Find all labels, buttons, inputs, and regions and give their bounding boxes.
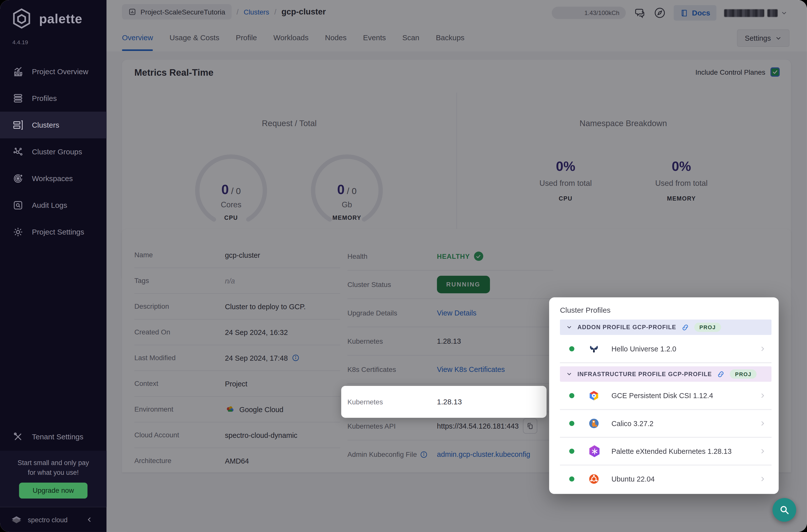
profile-layer-name: Calico 3.27.2 (612, 419, 759, 428)
link-icon (717, 370, 725, 378)
profile-layer-name: GCE Persistent Disk CSI 1.12.4 (612, 392, 759, 400)
server-icon (12, 119, 23, 131)
chevron-down-icon (566, 371, 573, 377)
gear-icon (12, 226, 23, 238)
gce-persistent-disk-icon (588, 390, 600, 402)
sidebar-item-audit-logs[interactable]: Audit Logs (0, 192, 107, 218)
promo-text-line2: for what you use! (0, 468, 107, 477)
profile-layer-name: Ubuntu 22.04 (612, 475, 759, 483)
chevron-right-icon (759, 392, 766, 399)
infrastructure-profile-header[interactable]: INFRASTRUCTURE PROFILE GCP-PROFILE PROJ (560, 366, 771, 382)
app-version: 4.4.19 (12, 39, 28, 45)
chevron-right-icon (759, 448, 766, 455)
sidebar: palette 4.4.19 Project Overview (0, 0, 107, 532)
detail-label: Kubernetes (341, 398, 437, 406)
kubernetes-version: 1.28.13 (437, 398, 462, 406)
cluster-profiles-title: Cluster Profiles (560, 306, 611, 315)
profile-layer-calico[interactable]: Calico 3.27.2 (560, 410, 771, 438)
sidebar-item-label: Clusters (32, 121, 59, 129)
profile-layer-gce-disk[interactable]: GCE Persistent Disk CSI 1.12.4 (560, 382, 771, 410)
sidebar-item-clusters[interactable]: Clusters (0, 112, 107, 138)
doc-search-icon (12, 200, 23, 211)
status-dot-green (569, 393, 575, 398)
collapse-sidebar-chevron-icon[interactable] (86, 516, 93, 523)
status-dot-green (569, 346, 575, 352)
sidebar-item-label: Project Overview (32, 68, 89, 76)
profile-layer-palette-k8s[interactable]: Palette eXtended Kubernetes 1.28.13 (560, 438, 771, 466)
sidebar-item-label: Profiles (32, 94, 57, 102)
sidebar-item-label: Tenant Settings (32, 433, 83, 441)
sidebar-item-workspaces[interactable]: Workspaces (0, 165, 107, 192)
profile-section-label: INFRASTRUCTURE PROFILE GCP-PROFILE (577, 371, 712, 377)
upgrade-promo: Start small and only pay for what you us… (0, 451, 107, 507)
addon-profile-header[interactable]: ADDON PROFILE GCP-PROFILE PROJ (560, 320, 771, 335)
brand-name: spectro cloud (28, 516, 68, 524)
spectro-cloud-logo-icon (10, 514, 22, 526)
upgrade-now-button[interactable]: Upgrade now (19, 482, 88, 498)
kubernetes-spotlight-row: Kubernetes 1.28.13 (341, 386, 547, 418)
sidebar-item-profiles[interactable]: Profiles (0, 85, 107, 112)
proj-scope-badge: PROJ (694, 323, 721, 332)
sidebar-item-label: Audit Logs (32, 201, 67, 209)
promo-text-line1: Start small and only pay (0, 458, 107, 468)
logo-wordmark: palette (39, 11, 82, 26)
chevron-right-icon (759, 345, 766, 353)
status-dot-green (569, 476, 575, 481)
chevron-right-icon (759, 475, 766, 482)
sidebar-item-label: Cluster Groups (32, 148, 82, 156)
profile-section-label: ADDON PROFILE GCP-PROFILE (577, 324, 676, 330)
tools-icon (12, 431, 23, 442)
search-fab-button[interactable] (772, 498, 796, 522)
calico-icon (588, 417, 600, 430)
search-icon (779, 504, 790, 515)
status-dot-green (569, 449, 575, 454)
palette-logo-icon (10, 7, 33, 30)
sidebar-item-label: Project Settings (32, 228, 84, 236)
sidebar-item-project-overview[interactable]: Project Overview (0, 58, 107, 85)
sidebar-item-label: Workspaces (32, 174, 73, 183)
link-icon (681, 323, 689, 331)
hello-universe-icon (588, 343, 600, 355)
nodes-icon (12, 146, 23, 157)
bar-chart-icon (12, 66, 23, 77)
palette-logo: palette (10, 7, 82, 30)
layers-icon (12, 93, 23, 104)
sidebar-menu: Project Overview Profiles Clusters (0, 58, 107, 246)
brand-bar: spectro cloud (0, 507, 107, 532)
ubuntu-icon (588, 473, 600, 485)
orbit-icon (12, 173, 23, 184)
profile-layer-name: Palette eXtended Kubernetes 1.28.13 (612, 447, 759, 455)
profile-layer-ubuntu[interactable]: Ubuntu 22.04 (560, 466, 771, 492)
cluster-profiles-popup: Cluster Profiles ADDON PROFILE GCP-PROFI… (549, 298, 779, 494)
profile-layer-name: Hello Universe 1.2.0 (612, 345, 759, 353)
sidebar-item-cluster-groups[interactable]: Cluster Groups (0, 138, 107, 165)
profile-layer-hello-universe[interactable]: Hello Universe 1.2.0 (560, 336, 771, 363)
proj-scope-badge: PROJ (730, 369, 756, 379)
app-window: palette 4.4.19 Project Overview (0, 0, 807, 532)
sidebar-item-project-settings[interactable]: Project Settings (0, 218, 107, 245)
status-dot-green (569, 421, 575, 426)
sidebar-item-tenant-settings[interactable]: Tenant Settings (0, 423, 119, 450)
chevron-down-icon (566, 324, 573, 330)
palette-k8s-icon (589, 445, 600, 457)
chevron-right-icon (759, 420, 766, 427)
